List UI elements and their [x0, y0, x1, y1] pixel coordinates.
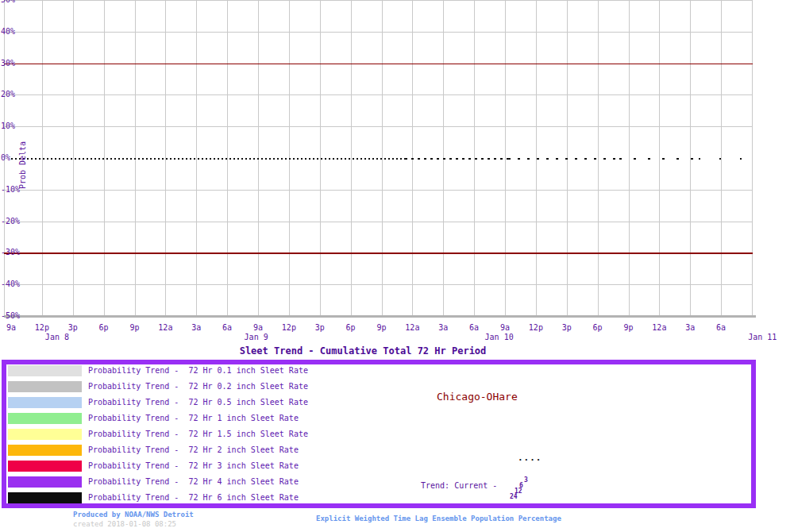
x-tick-label: 12a	[158, 323, 172, 332]
legend-swatch	[8, 413, 82, 424]
legend-label: Probability Trend - 72 Hr 6 inch Sleet R…	[88, 493, 299, 502]
trend-lag-number: 24	[510, 494, 518, 500]
trend-lag-number: 3	[524, 477, 528, 484]
x-date-label: Jan 9	[245, 333, 268, 341]
x-tick-label: 6p	[346, 323, 356, 332]
legend-swatch	[8, 492, 82, 503]
x-tick-label: 9p	[376, 323, 386, 332]
y-tick-label: 50%	[1, 0, 15, 4]
x-tick-label: 9a	[6, 323, 16, 332]
x-tick-label: 6a	[222, 323, 232, 332]
y-tick-label: 40%	[1, 27, 15, 36]
legend-swatch	[8, 429, 82, 440]
x-date-label: Jan 11	[748, 333, 777, 341]
legend-label: Probability Trend - 72 Hr 0.2 inch Sleet…	[88, 382, 308, 391]
h-gridline	[4, 222, 753, 222]
y-axis-title: Prob Delta	[18, 141, 27, 189]
chart-page: 50%40%30%20%10%0%-10%-20%-30%-40%-50%9a1…	[0, 0, 794, 532]
x-tick-label: 3a	[191, 323, 201, 332]
chart-title: Sleet Trend - Cumulative Total 72 Hr Per…	[240, 345, 487, 357]
x-tick-label: 9p	[129, 323, 139, 332]
legend-label: Probability Trend - 72 Hr 1.5 inch Sleet…	[88, 430, 308, 438]
reference-line	[4, 253, 753, 254]
x-tick-label: 9a	[253, 323, 263, 332]
h-gridline	[4, 94, 753, 95]
y-tick-label: -50%	[1, 311, 20, 320]
legend-label: Probability Trend - 72 Hr 2 inch Sleet R…	[88, 445, 299, 454]
y-tick-label: -10%	[1, 185, 20, 194]
x-tick-label: 3p	[562, 323, 572, 332]
x-tick-label: 6a	[469, 323, 479, 332]
y-tick-label: -20%	[1, 217, 20, 226]
x-tick-label: 12a	[652, 323, 666, 332]
y-tick-label: -40%	[1, 279, 20, 288]
y-tick-label: 20%	[1, 90, 15, 98]
h-gridline	[4, 32, 753, 33]
legend-swatch	[8, 365, 82, 376]
footer-produced-by: Produced by NOAA/NWS Detroit	[73, 511, 194, 519]
zero-trend-line	[619, 158, 699, 160]
legend-box: Probability Trend - 72 Hr 0.1 inch Sleet…	[2, 360, 756, 508]
legend-label: Probability Trend - 72 Hr 0.1 inch Sleet…	[88, 366, 308, 375]
x-tick-label: 12p	[35, 323, 49, 332]
current-trend-line-sample: ....	[518, 454, 542, 462]
x-tick-label: 6a	[716, 323, 726, 332]
legend-swatch	[8, 461, 82, 472]
zero-trend-line	[405, 158, 508, 160]
h-gridline	[4, 284, 753, 285]
y-tick-label: -30%	[1, 248, 20, 256]
zero-trend-line	[11, 158, 405, 160]
legend-label: Probability Trend - 72 Hr 1 inch Sleet R…	[88, 414, 299, 422]
zero-trend-line	[699, 158, 752, 160]
legend-swatch	[8, 381, 82, 392]
footer-created-timestamp: created 2018-01-08 08:25	[73, 520, 176, 528]
h-gridline	[4, 190, 753, 191]
x-tick-label: 12a	[405, 323, 419, 332]
x-tick-label: 3p	[315, 323, 325, 332]
x-tick-label: 3p	[68, 323, 78, 332]
x-tick-label: 9a	[500, 323, 510, 332]
plot-area: 50%40%30%20%10%0%-10%-20%-30%-40%-50%9a1…	[0, 0, 794, 345]
reference-line	[4, 64, 753, 65]
legend-label: Probability Trend - 72 Hr 0.5 inch Sleet…	[88, 398, 308, 407]
v-gridline	[752, 0, 753, 316]
x-tick-label: 9p	[623, 323, 633, 332]
x-tick-label: 3a	[685, 323, 695, 332]
legend-label: Probability Trend - 72 Hr 3 inch Sleet R…	[88, 461, 299, 470]
x-axis-line	[4, 315, 756, 318]
station-label: Chicago-OHare	[437, 391, 518, 403]
legend-label: Probability Trend - 72 Hr 4 inch Sleet R…	[88, 477, 299, 486]
y-tick-label: 10%	[1, 121, 15, 130]
x-tick-label: 12p	[529, 323, 543, 332]
x-tick-label: 6p	[593, 323, 603, 332]
trend-current-label: Trend: Current -	[421, 481, 497, 490]
x-date-label: Jan 8	[45, 333, 69, 341]
x-date-label: Jan 10	[485, 333, 514, 341]
x-tick-label: 3a	[438, 323, 448, 332]
y-tick-label: 30%	[1, 59, 15, 67]
x-tick-label: 12p	[282, 323, 296, 332]
y-tick-label: 0%	[1, 153, 10, 162]
zero-trend-line	[508, 158, 619, 160]
footer-method-note: Explicit Weighted Time Lag Ensemble Popu…	[316, 515, 561, 522]
legend-swatch	[8, 397, 82, 408]
legend-swatch	[8, 476, 82, 488]
x-tick-label: 6p	[99, 323, 109, 332]
h-gridline	[4, 126, 753, 127]
h-gridline	[4, 0, 753, 1]
legend-swatch	[8, 445, 82, 456]
